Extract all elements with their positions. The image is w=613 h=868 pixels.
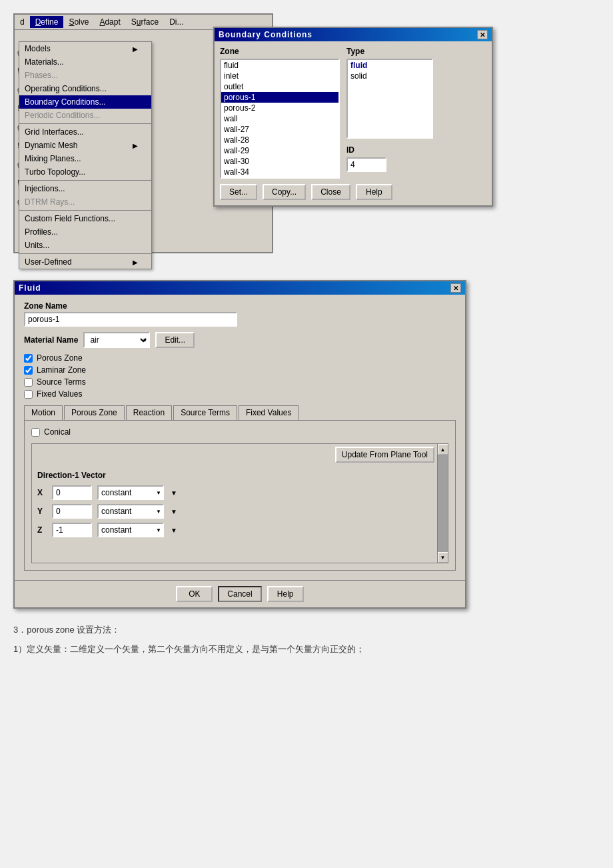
laminar-zone-checkbox[interactable]	[24, 366, 33, 375]
update-from-plane-btn[interactable]: Update From Plane Tool	[335, 447, 434, 463]
menu-item-define[interactable]: Define	[30, 16, 64, 28]
zone-fluid[interactable]: fluid	[221, 60, 338, 71]
boundary-conditions-close[interactable]: ✕	[477, 30, 488, 39]
vector-z-input[interactable]	[52, 523, 92, 537]
divider-2	[19, 180, 151, 181]
menu-item-solve[interactable]: Solve	[63, 16, 94, 28]
source-terms-checkbox[interactable]	[24, 378, 33, 387]
cancel-button[interactable]: Cancel	[218, 586, 261, 602]
update-btn-row: Update From Plane Tool	[32, 444, 448, 465]
conical-label: Conical	[44, 427, 71, 437]
menu-phases[interactable]: Phases...	[19, 69, 151, 82]
edit-button[interactable]: Edit...	[155, 332, 195, 348]
menu-turbo[interactable]: Turbo Topology...	[19, 165, 151, 179]
zone-wall[interactable]: wall	[221, 113, 338, 124]
zone-porous2[interactable]: porous-2	[221, 103, 338, 113]
ok-button[interactable]: OK	[176, 586, 213, 602]
set-button[interactable]: Set...	[220, 184, 257, 200]
fixed-values-checkbox[interactable]	[24, 390, 33, 399]
zone-listbox[interactable]: fluid inlet outlet porous-1 porous-2 wal…	[220, 59, 340, 179]
menu-custom[interactable]: Custom Field Functions...	[19, 212, 151, 225]
menu-models[interactable]: Models ▶	[19, 42, 151, 55]
type-fluid[interactable]: fluid	[348, 60, 432, 71]
conical-row: Conical	[31, 427, 448, 437]
menu-user-defined[interactable]: User-Defined ▶	[19, 255, 151, 269]
conical-checkbox[interactable]	[31, 428, 40, 437]
boundary-conditions-window: Boundary Conditions ✕ Zone fluid inlet o…	[213, 27, 493, 207]
scroll-down-arrow[interactable]: ▼	[438, 552, 448, 563]
zone-porous1[interactable]: porous-1	[221, 92, 338, 103]
fluid-dialog-footer: OK Cancel Help	[15, 580, 465, 607]
fluid-close-btn[interactable]: ✕	[450, 283, 461, 293]
type-solid[interactable]: solid	[348, 71, 432, 81]
vector-y-method[interactable]: constant	[97, 504, 164, 519]
dropdown-menu: Models ▶ Materials... Phases... Operatin…	[19, 41, 152, 269]
checkbox-laminar-zone: Laminar Zone	[24, 365, 456, 375]
menu-units[interactable]: Units...	[19, 239, 151, 252]
type-listbox[interactable]: fluid solid	[346, 59, 433, 139]
menu-injections[interactable]: Injections...	[19, 182, 151, 195]
fluid-help-button[interactable]: Help	[267, 586, 304, 602]
tabs-container: Motion Porous Zone Reaction Source Terms…	[24, 405, 456, 421]
scrollable-area: Update From Plane Tool Direction-1 Vecto…	[31, 443, 448, 563]
models-arrow: ▶	[133, 45, 138, 53]
menu-dynamic[interactable]: Dynamic Mesh ▶	[19, 139, 151, 152]
material-name-label: Material Name	[24, 335, 78, 345]
zone-inlet[interactable]: inlet	[221, 71, 338, 81]
vector-z-method-wrapper: constant	[97, 523, 164, 537]
id-section: ID 4	[346, 145, 486, 172]
id-label: ID	[346, 145, 486, 155]
divider-3	[19, 210, 151, 211]
zone-wall29[interactable]: wall-29	[221, 145, 338, 156]
vector-z-method[interactable]: constant	[97, 523, 164, 537]
zone-wall30[interactable]: wall-30	[221, 156, 338, 167]
tab-porous-zone[interactable]: Porous Zone	[64, 405, 125, 420]
scroll-track[interactable]	[438, 455, 448, 552]
menu-item-di[interactable]: Di...	[164, 16, 189, 28]
zone-outlet[interactable]: outlet	[221, 81, 338, 92]
copy-button[interactable]: Copy...	[263, 184, 306, 200]
vector-x-method[interactable]: constant	[97, 485, 164, 500]
scrollbar[interactable]: ▲ ▼	[437, 444, 448, 563]
menu-boundary[interactable]: Boundary Conditions...	[19, 95, 151, 109]
menu-item-adapt[interactable]: Adapt	[94, 16, 125, 28]
fluid-titlebar: Fluid ✕	[15, 281, 465, 295]
porous-zone-checkbox[interactable]	[24, 354, 33, 363]
vector-x-method-wrapper: constant	[97, 485, 164, 500]
menu-mixing[interactable]: Mixing Planes...	[19, 152, 151, 165]
vector-row-y: Y constant ▼	[37, 504, 442, 519]
top-section: d Define Solve Adapt Surface Di... g !o …	[13, 13, 600, 267]
menu-profiles[interactable]: Profiles...	[19, 225, 151, 239]
fixed-values-label: Fixed Values	[37, 389, 82, 399]
fluid-dialog: Fluid ✕ Zone Name Material Name air Edit…	[13, 280, 466, 609]
menu-item-surface[interactable]: Surface	[126, 16, 164, 28]
menu-periodic[interactable]: Periodic Conditions...	[19, 109, 151, 122]
tab-content-porous: Conical Update From Plane Tool Direction…	[24, 421, 456, 571]
scroll-up-arrow[interactable]: ▲	[438, 444, 448, 455]
menu-grid[interactable]: Grid Interfaces...	[19, 125, 151, 139]
tab-source-terms[interactable]: Source Terms	[173, 405, 237, 420]
menu-item-d[interactable]: d	[15, 16, 30, 28]
zone-wall27[interactable]: wall-27	[221, 124, 338, 135]
menu-dtrm[interactable]: DTRM Rays...	[19, 195, 151, 209]
menu-materials[interactable]: Materials...	[19, 55, 151, 69]
close-button[interactable]: Close	[311, 184, 350, 200]
text-line2: 1）定义矢量：二维定义一个矢量，第二个矢量方向不用定义，是与第一个矢量方向正交的…	[13, 641, 600, 657]
zone-wall34[interactable]: wall-34	[221, 167, 338, 177]
tab-reaction[interactable]: Reaction	[126, 405, 172, 420]
vector-x-input[interactable]	[52, 485, 92, 500]
text-line1: 3．porous zone 设置方法：	[13, 622, 600, 637]
vector-y-input[interactable]	[52, 504, 92, 519]
tab-fixed-values[interactable]: Fixed Values	[239, 405, 299, 420]
zone-name-input[interactable]	[24, 312, 237, 327]
menu-operating[interactable]: Operating Conditions...	[19, 82, 151, 95]
laminar-zone-label: Laminar Zone	[37, 365, 86, 375]
material-select[interactable]: air	[83, 332, 150, 348]
bc-buttons: Set... Copy... Close Help	[220, 184, 486, 200]
zone-wall28[interactable]: wall-28	[221, 135, 338, 145]
tab-motion[interactable]: Motion	[24, 405, 63, 420]
zone-wall35[interactable]: wall-35	[221, 177, 338, 179]
axis-x-label: X	[37, 488, 47, 497]
help-button[interactable]: Help	[356, 184, 392, 200]
dynamic-arrow: ▶	[133, 142, 138, 149]
